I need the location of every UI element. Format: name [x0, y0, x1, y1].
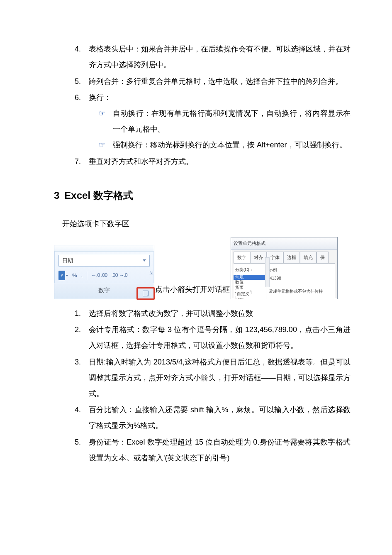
- increase-decimal-button[interactable]: ←.0 .00: [91, 270, 107, 281]
- list-item: 1. 选择后将数字格式改为数字，并可以调整小数位数: [75, 306, 351, 322]
- item-text: 日期:输入时输入为 2013/5/4,这种格式方便日后汇总，数据透视表等。但是可…: [89, 358, 351, 398]
- list-item: 5. 身份证号：Excel 数字处理超过 15 位自动处理为 0.身份证号需要将…: [75, 435, 351, 466]
- list-item: 6. 换行： ☞ 自动换行：在现有单元格行高和列宽情况下，自动换行，将内容显示在…: [75, 90, 351, 153]
- dialog-tabs: 数字 对齐 字体 边框 填充 保: [234, 252, 336, 263]
- tab-fill[interactable]: 填充: [300, 252, 317, 263]
- category-item-custom[interactable]: 自定义: [236, 289, 250, 298]
- item-number: 7.: [75, 154, 81, 170]
- dialog-right-pane: 示例 41398 常规单元格格式不包含任何特: [266, 264, 335, 299]
- figure-caption: 点击小箭头打开对话框: [154, 282, 231, 299]
- list-item: 7. 垂直对齐方式和水平对齐方式。: [75, 154, 351, 170]
- sample-label: 示例: [269, 265, 332, 274]
- scrollbar[interactable]: [265, 257, 270, 287]
- number-format-combo[interactable]: 日期: [58, 255, 150, 266]
- tab-alignment[interactable]: 对齐: [250, 252, 267, 263]
- sample-value: 41398: [269, 274, 332, 283]
- dialog-launcher-icon[interactable]: [143, 291, 149, 296]
- section-heading: 3Excel 数字格式: [54, 185, 351, 206]
- pointer-icon: ☞: [99, 106, 105, 122]
- currency-icon: ￥: [58, 271, 65, 280]
- sublist-text: 强制换行：移动光标到换行的文本位置，按 Alt+enter，可以强制换行。: [113, 141, 347, 149]
- list-section-b: 1. 选择后将数字格式改为数字，并可以调整小数位数 2. 会计专用格式：数字每 …: [75, 306, 351, 466]
- sublist-item: ☞ 强制换行：移动光标到换行的文本位置，按 Alt+enter，可以强制换行。: [99, 137, 351, 153]
- list-item: 3. 日期:输入时输入为 2013/5/4,这种格式方便日后汇总，数据透视表等。…: [75, 355, 351, 401]
- item-text: 换行：: [89, 93, 111, 102]
- tab-border[interactable]: 边框: [283, 252, 300, 263]
- section-title: Excel 数字格式: [64, 190, 133, 201]
- list-item: 4. 表格表头居中：如果合并并居中，在后续操作会有不便。可以选择区域，并在对齐方…: [75, 42, 351, 73]
- tab-protection[interactable]: 保: [317, 252, 329, 263]
- item-text: 会计专用格式：数字每 3 位有个逗号分隔，如 123,456,789.00，点击…: [89, 325, 351, 350]
- figure-row: 日期 ￥ ▾ % , ←.0 .00 .00 →.0 ⇲ 数字: [54, 237, 351, 299]
- format-cells-dialog: 设置单元格格式 数字 对齐 字体 边框 填充 保 分类(C)： 常规 数值 货币…: [231, 237, 338, 299]
- chevron-down-icon: [143, 259, 146, 262]
- item-number: 6.: [75, 90, 81, 106]
- item-number: 3.: [75, 355, 81, 370]
- item-number: 1.: [75, 306, 81, 322]
- dialog-title: 设置单元格格式: [231, 237, 337, 250]
- currency-button[interactable]: ￥ ▾: [58, 271, 68, 280]
- group-label-text: 数字: [98, 287, 110, 293]
- category-label: 分类(C)：: [234, 265, 266, 275]
- item-number: 5.: [75, 435, 81, 450]
- item-text: 选择后将数字格式改为数字，并可以调整小数位数: [89, 309, 253, 318]
- ribbon-buttons-row: ￥ ▾ % , ←.0 .00 .00 →.0 ⇲: [54, 266, 154, 283]
- list-section-a: 4. 表格表头居中：如果合并并居中，在后续操作会有不便。可以选择区域，并在对齐方…: [75, 42, 351, 169]
- sublist: ☞ 自动换行：在现有单元格行高和列宽情况下，自动换行，将内容显示在一个单元格中。…: [99, 106, 351, 153]
- list-item: 2. 会计专用格式：数字每 3 位有个逗号分隔，如 123,456,789.00…: [75, 322, 351, 354]
- item-text: 表格表头居中：如果合并并居中，在后续操作会有不便。可以选择区域，并在对齐方式中选…: [89, 45, 351, 69]
- item-number: 4.: [75, 402, 81, 418]
- ribbon-top-strip: [54, 245, 154, 252]
- item-number: 4.: [75, 42, 81, 57]
- combo-value: 日期: [62, 255, 73, 266]
- item-text: 跨列合并：多行重复合并单元格时，选中选取，选择合并下拉中的跨列合并。: [89, 77, 343, 86]
- item-text: 百分比输入：直接输入还需要 shift 输入%，麻烦。可以输入小数，然后选择数字…: [89, 406, 351, 430]
- comma-style-button[interactable]: ,: [81, 270, 83, 281]
- separator: [87, 271, 87, 280]
- item-number: 2.: [75, 322, 81, 338]
- item-text: 身份证号：Excel 数字处理超过 15 位自动处理为 0.身份证号需要将其数字…: [89, 438, 351, 462]
- decrease-decimal-button[interactable]: .00 →.0: [112, 270, 128, 281]
- list-item: 4. 百分比输入：直接输入还需要 shift 输入%，麻烦。可以输入小数，然后选…: [75, 402, 351, 434]
- ribbon-number-group: 日期 ￥ ▾ % , ←.0 .00 .00 →.0 ⇲ 数字: [54, 245, 154, 299]
- tab-number[interactable]: 数字: [234, 252, 250, 263]
- section-intro: 开始选项卡下数字区: [62, 216, 351, 232]
- category-item[interactable]: 数值: [234, 280, 266, 285]
- pointer-icon: ☞: [99, 137, 105, 153]
- item-text: 垂直对齐方式和水平对齐方式。: [89, 157, 193, 166]
- dialog-launcher-highlight: [136, 287, 155, 300]
- document-page: 4. 表格表头居中：如果合并并居中，在后续操作会有不便。可以选择区域，并在对齐方…: [0, 0, 392, 517]
- ribbon-group-label: 数字: [54, 283, 154, 298]
- section-number: 3: [54, 190, 59, 201]
- format-note: 常规单元格格式不包含任何特: [269, 287, 332, 296]
- sublist-item: ☞ 自动换行：在现有单元格行高和列宽情况下，自动换行，将内容显示在一个单元格中。: [99, 106, 351, 137]
- item-number: 5.: [75, 74, 81, 90]
- category-item-general[interactable]: 常规: [234, 275, 266, 280]
- chevron-down-icon: ▾: [66, 271, 68, 280]
- sublist-text: 自动换行：在现有单元格行高和列宽情况下，自动换行，将内容显示在一个单元格中。: [113, 109, 351, 133]
- overflow-icon: ⇲: [149, 268, 153, 278]
- list-item: 5. 跨列合并：多行重复合并单元格时，选中选取，选择合并下拉中的跨列合并。: [75, 74, 351, 90]
- percent-button[interactable]: %: [72, 270, 77, 281]
